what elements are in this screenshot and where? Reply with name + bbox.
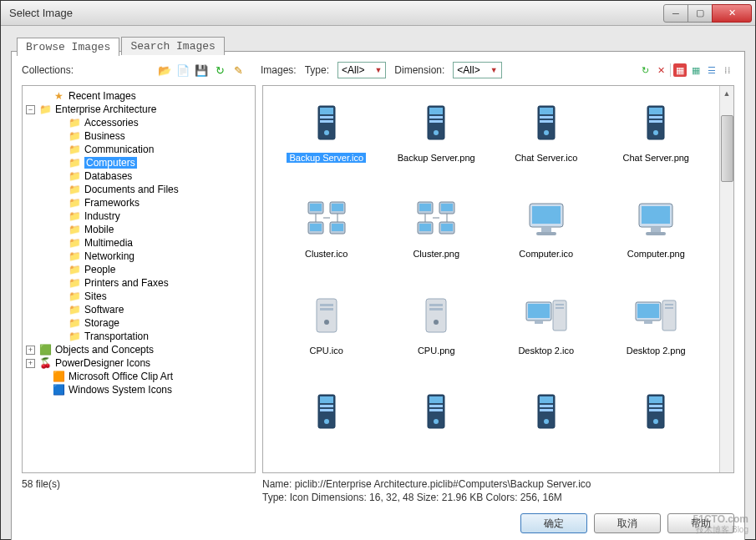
image-item[interactable]: Cluster.png xyxy=(383,192,490,280)
open-folder-icon[interactable]: 📂 xyxy=(157,63,172,78)
expand-icon[interactable]: + xyxy=(26,346,35,355)
image-name: Backup Server.ico xyxy=(287,153,366,163)
image-thumb xyxy=(520,192,573,245)
image-item[interactable]: Backup Server.ico xyxy=(273,96,380,184)
image-item[interactable]: Computer.ico xyxy=(493,192,600,280)
tab-strip: Browse Images Search Images xyxy=(17,37,226,55)
cancel-button[interactable]: 取消 xyxy=(594,513,661,533)
svg-rect-77 xyxy=(429,405,443,407)
view-medium-icon[interactable]: ▦ xyxy=(689,63,703,77)
collection-icon: 🍒 xyxy=(38,357,52,369)
save-icon[interactable]: 💾 xyxy=(194,63,209,78)
tree-item[interactable]: 📁Industry xyxy=(24,209,253,223)
image-item[interactable]: Desktop 2.png xyxy=(603,289,710,376)
refresh-icon[interactable]: ↻ xyxy=(638,63,652,77)
svg-rect-87 xyxy=(649,405,662,407)
scroll-up-icon[interactable]: ▲ xyxy=(720,86,733,100)
close-button[interactable]: ✕ xyxy=(712,4,752,23)
tree-item[interactable]: 📁Networking xyxy=(24,250,253,263)
image-name: Backup Server.png xyxy=(398,153,475,163)
images-grid[interactable]: Backup Server.icoBackup Server.pngChat S… xyxy=(263,86,719,472)
svg-rect-73 xyxy=(320,409,333,411)
folder-icon: 📁 xyxy=(68,237,81,249)
scrollbar[interactable]: ▲ xyxy=(719,86,733,472)
tree-item[interactable]: 📁Transportation xyxy=(24,330,253,343)
image-item[interactable] xyxy=(273,385,380,462)
type-combo[interactable]: <All> ▼ xyxy=(337,62,386,78)
titlebar[interactable]: Select Image ─ ▢ ✕ xyxy=(1,1,755,26)
tab-browse[interactable]: Browse Images xyxy=(17,38,119,56)
tree-item[interactable]: 📁Accessories xyxy=(24,116,253,129)
collections-tree[interactable]: ★Recent Images−📁Enterprise Architecture📁… xyxy=(22,85,256,473)
image-item[interactable]: Desktop 2.ico xyxy=(493,289,600,376)
svg-rect-88 xyxy=(649,409,662,411)
folder-icon: 📁 xyxy=(68,304,81,315)
tree-item[interactable]: 🟧Microsoft Office Clip Art xyxy=(24,370,253,383)
image-item[interactable] xyxy=(383,385,490,462)
star-icon: ★ xyxy=(52,90,65,102)
image-item[interactable] xyxy=(603,385,710,462)
svg-rect-21 xyxy=(310,204,322,211)
delete-icon[interactable]: ✕ xyxy=(654,63,667,77)
tree-item[interactable]: +🟩Objects and Concepts xyxy=(24,343,253,356)
help-button[interactable]: 帮助 xyxy=(667,513,734,533)
dimension-combo[interactable]: <All> ▼ xyxy=(453,62,501,78)
tree-item[interactable]: 📁Communication xyxy=(24,143,253,156)
image-name: Cluster.png xyxy=(413,249,459,259)
delete-collection-icon[interactable]: ✎ xyxy=(231,63,246,78)
ok-button[interactable]: 确定 xyxy=(520,513,587,533)
image-item[interactable]: Chat Server.png xyxy=(603,96,710,184)
tree-item[interactable]: −📁Enterprise Architecture xyxy=(24,103,253,116)
image-item[interactable]: Backup Server.png xyxy=(383,96,490,184)
tree-item[interactable]: 📁Frameworks xyxy=(24,196,253,209)
view-large-icon[interactable]: ▦ xyxy=(673,63,687,77)
svg-rect-72 xyxy=(320,405,333,407)
scroll-thumb[interactable] xyxy=(721,115,733,182)
image-name: Computer.png xyxy=(627,249,685,259)
new-collection-icon[interactable]: 📄 xyxy=(175,63,190,78)
image-item[interactable]: Computer.png xyxy=(603,192,710,280)
refresh-collections-icon[interactable]: ↻ xyxy=(212,63,227,78)
image-item[interactable]: CPU.ico xyxy=(273,289,380,376)
image-thumb xyxy=(629,96,682,149)
image-item[interactable]: Chat Server.ico xyxy=(493,96,600,184)
image-thumb xyxy=(300,289,353,342)
folder-icon: 📁 xyxy=(68,331,81,342)
image-item[interactable] xyxy=(493,385,600,462)
tree-item[interactable]: 📁Multimedia xyxy=(24,236,253,250)
svg-rect-63 xyxy=(556,307,564,309)
image-thumb xyxy=(409,96,463,149)
view-small-icon[interactable]: ⁞⁞ xyxy=(721,63,734,77)
tree-item[interactable]: +🍒PowerDesigner Icons xyxy=(24,356,253,370)
maximize-button[interactable]: ▢ xyxy=(688,4,713,23)
image-item[interactable]: Cluster.ico xyxy=(273,192,380,280)
expand-icon[interactable]: + xyxy=(26,359,35,368)
svg-rect-12 xyxy=(540,116,553,119)
tree-item[interactable]: 📁Storage xyxy=(24,316,253,330)
tree-item[interactable]: 📁Documents and Files xyxy=(24,183,253,196)
tree-item[interactable]: 📁Mobile xyxy=(24,223,253,236)
tree-item[interactable]: 📁Computers xyxy=(24,156,253,169)
svg-rect-45 xyxy=(536,232,556,235)
tree-item[interactable]: 📁Software xyxy=(24,303,253,316)
tab-search[interactable]: Search Images xyxy=(121,37,224,55)
collapse-icon[interactable]: − xyxy=(26,105,35,114)
image-thumb xyxy=(300,385,353,438)
tree-item[interactable]: 📁People xyxy=(24,263,253,276)
window-buttons: ─ ▢ ✕ xyxy=(664,4,752,23)
tree-item[interactable]: ★Recent Images xyxy=(24,89,253,103)
tree-item[interactable]: 📁Databases xyxy=(24,169,253,183)
tree-label: Databases xyxy=(84,170,132,182)
minimize-button[interactable]: ─ xyxy=(663,4,688,23)
tree-item[interactable]: 📁Sites xyxy=(24,290,253,303)
folder-icon: 📁 xyxy=(68,157,81,169)
svg-rect-6 xyxy=(429,108,443,114)
svg-rect-16 xyxy=(649,108,662,114)
image-item[interactable]: CPU.png xyxy=(383,289,490,376)
tree-item[interactable]: 📁Business xyxy=(24,129,253,143)
tree-item[interactable]: 📁Printers and Faxes xyxy=(24,276,253,290)
svg-rect-25 xyxy=(310,224,322,231)
svg-point-53 xyxy=(324,320,329,325)
view-list-icon[interactable]: ☰ xyxy=(705,63,718,77)
tree-item[interactable]: 🟦Windows System Icons xyxy=(24,383,253,396)
